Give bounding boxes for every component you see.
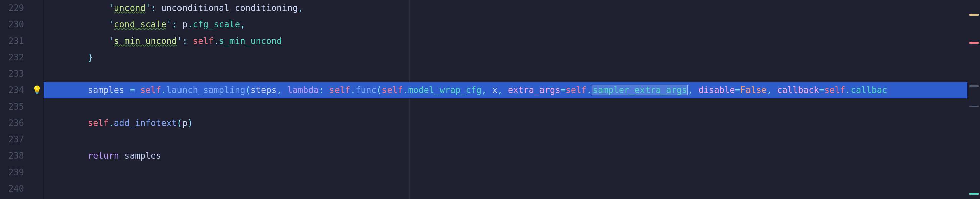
minimap[interactable] xyxy=(967,0,980,199)
code-token: . xyxy=(845,85,851,95)
code-token: extra_args xyxy=(508,85,561,95)
code-token: : xyxy=(319,85,329,95)
code-editor[interactable]: 229230231232233234235236237238239240 💡 '… xyxy=(0,0,980,199)
code-token: . xyxy=(109,118,114,128)
code-token: : xyxy=(182,36,192,46)
line-number: 236 xyxy=(0,115,24,131)
line-number: 235 xyxy=(0,98,24,115)
code-token: launch_sampling xyxy=(166,85,245,95)
code-token: , xyxy=(240,19,245,30)
code-token: ( xyxy=(177,118,182,128)
code-token: func xyxy=(356,85,377,95)
code-line[interactable] xyxy=(44,131,967,148)
code-line[interactable]: return samples xyxy=(44,148,967,164)
code-token: ' xyxy=(177,36,182,46)
code-line[interactable]: samples = self.launch_sampling(steps, la… xyxy=(44,82,967,98)
code-token: return xyxy=(88,151,119,161)
code-token: . xyxy=(403,85,408,95)
code-token: self xyxy=(329,85,350,95)
line-number: 239 xyxy=(0,164,24,180)
code-token: sampler_extra_args xyxy=(592,85,688,95)
line-number: 237 xyxy=(0,131,24,148)
line-number: 231 xyxy=(0,33,24,49)
line-number: 230 xyxy=(0,16,24,33)
code-token: : xyxy=(172,19,182,30)
code-line[interactable] xyxy=(44,66,967,82)
code-token: ' xyxy=(166,19,172,30)
code-token: cfg_scale xyxy=(192,19,240,30)
code-token: steps xyxy=(251,85,277,95)
glyph-margin: 💡 xyxy=(30,0,44,199)
code-token: , xyxy=(298,3,303,13)
code-token: p xyxy=(182,19,188,30)
minimap-mark xyxy=(969,106,978,107)
code-token: uncond xyxy=(114,3,146,13)
code-area[interactable]: 'uncond': unconditional_conditioning, 'c… xyxy=(44,0,967,199)
code-token: add_infotext xyxy=(114,118,177,128)
code-token: = xyxy=(735,85,740,95)
code-token: ( xyxy=(245,85,251,95)
line-number: 229 xyxy=(0,0,24,16)
code-token: ' xyxy=(109,19,114,30)
lightbulb-icon[interactable]: 💡 xyxy=(32,85,41,95)
code-token: self xyxy=(88,118,109,128)
line-number: 232 xyxy=(0,49,24,66)
code-token: False xyxy=(740,85,766,95)
code-token: self xyxy=(382,85,403,95)
code-token: p xyxy=(182,118,188,128)
code-token: ' xyxy=(109,36,114,46)
code-token: samples xyxy=(88,85,129,95)
code-token: unconditional_conditioning xyxy=(161,3,298,13)
code-token: model_wrap_cfg xyxy=(408,85,482,95)
line-number: 233 xyxy=(0,66,24,82)
code-token: } xyxy=(88,52,93,62)
line-number: 234 xyxy=(0,82,24,98)
code-token: x xyxy=(492,85,498,95)
code-line[interactable] xyxy=(44,98,967,115)
minimap-mark xyxy=(969,42,978,44)
code-token: s_min_uncond xyxy=(219,36,282,46)
code-token: ( xyxy=(376,85,382,95)
code-token: , xyxy=(277,85,287,95)
code-token: ) xyxy=(188,118,193,128)
minimap-mark xyxy=(969,85,978,87)
code-token: disable xyxy=(698,85,735,95)
code-line[interactable]: 's_min_uncond': self.s_min_uncond xyxy=(44,33,967,49)
minimap-mark xyxy=(969,193,978,195)
code-token: callbac xyxy=(851,85,888,95)
code-token: : xyxy=(151,3,161,13)
code-line[interactable]: 'cond_scale': p.cfg_scale, xyxy=(44,16,967,33)
code-token: = xyxy=(560,85,566,95)
code-token: cond_scale xyxy=(114,19,167,30)
code-line[interactable] xyxy=(44,164,967,180)
code-line[interactable] xyxy=(44,180,967,197)
code-token: . xyxy=(188,19,193,30)
code-token: ' xyxy=(145,3,151,13)
code-token: . xyxy=(161,85,166,95)
code-token: . xyxy=(214,36,219,46)
code-token: ' xyxy=(109,3,114,13)
code-token: self xyxy=(140,85,161,95)
code-token: samples xyxy=(119,151,161,161)
code-line[interactable]: } xyxy=(44,49,967,66)
code-token: , xyxy=(767,85,777,95)
code-token: , xyxy=(482,85,492,95)
code-token: s_min_uncond xyxy=(114,36,177,46)
code-line[interactable]: self.add_infotext(p) xyxy=(44,115,967,131)
code-token: , xyxy=(497,85,508,95)
code-token: = xyxy=(819,85,824,95)
code-token: callback xyxy=(777,85,819,95)
code-token: self xyxy=(824,85,845,95)
line-number: 240 xyxy=(0,180,24,197)
code-token: = xyxy=(129,85,140,95)
code-token: self xyxy=(192,36,214,46)
line-number: 238 xyxy=(0,148,24,164)
line-number-gutter: 229230231232233234235236237238239240 xyxy=(0,0,30,199)
code-line[interactable]: 'uncond': unconditional_conditioning, xyxy=(44,0,967,16)
code-token: . xyxy=(350,85,356,95)
code-token: . xyxy=(587,85,592,95)
code-token: lambda xyxy=(287,85,319,95)
code-token: self xyxy=(566,85,587,95)
minimap-mark xyxy=(969,14,978,16)
code-token: , xyxy=(688,85,698,95)
